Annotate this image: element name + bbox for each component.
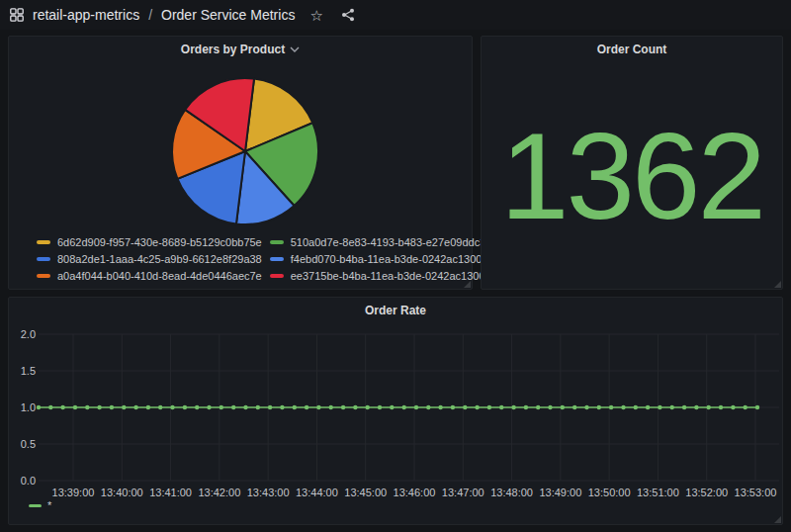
series-point[interactable]: [133, 405, 137, 409]
y-axis-tick-label: 2.0: [21, 328, 36, 340]
series-point[interactable]: [60, 405, 64, 409]
series-point[interactable]: [268, 405, 272, 409]
series-point[interactable]: [122, 405, 126, 409]
chevron-down-icon: [290, 46, 300, 52]
legend-item[interactable]: 510a0d7e-8e83-4193-b483-e27e09ddc34d: [270, 236, 498, 248]
stat-value-container: 1362: [482, 62, 782, 289]
series-point[interactable]: [511, 405, 515, 409]
pie-chart[interactable]: [9, 62, 474, 240]
series-point[interactable]: [487, 405, 491, 409]
legend-item[interactable]: 6d62d909-f957-430e-8689-b5129c0bb75e: [37, 236, 262, 248]
legend-swatch: [270, 274, 284, 278]
series-point[interactable]: [170, 405, 174, 409]
series-point[interactable]: [719, 405, 723, 409]
share-icon[interactable]: [340, 7, 356, 23]
series-legend-label[interactable]: *: [47, 499, 51, 511]
legend-label: a0a4f044-b040-410d-8ead-4de0446aec7e: [57, 270, 262, 282]
panel-order-rate: Order Rate 2.01.51.00.50.013:39:0013:40:…: [8, 297, 783, 525]
series-point[interactable]: [207, 405, 211, 409]
x-axis-tick-label: 13:48:00: [490, 487, 533, 498]
series-point[interactable]: [220, 405, 223, 409]
series-point[interactable]: [110, 405, 114, 409]
breadcrumb-dashboard-title[interactable]: Order Service Metrics: [161, 7, 295, 23]
series-color-dash: [29, 504, 42, 507]
series-point[interactable]: [499, 405, 503, 409]
legend-label: f4ebd070-b4ba-11ea-b3de-0242ac130004: [291, 253, 494, 265]
series-point[interactable]: [609, 405, 613, 409]
series-point[interactable]: [280, 405, 284, 409]
series-point[interactable]: [231, 405, 235, 409]
panel-title-text: Orders by Product: [181, 43, 285, 56]
panel-resize-handle[interactable]: [774, 281, 781, 288]
legend-item[interactable]: 808a2de1-1aaa-4c25-a9b9-6612e8f29a38: [37, 253, 262, 265]
series-point[interactable]: [451, 405, 455, 409]
pie-legend: 6d62d909-f957-430e-8689-b5129c0bb75e510a…: [37, 236, 466, 282]
series-point[interactable]: [475, 405, 479, 409]
series-point[interactable]: [48, 405, 52, 409]
series-point[interactable]: [366, 405, 370, 409]
legend-swatch: [37, 240, 50, 244]
series-point[interactable]: [426, 405, 430, 409]
series-point[interactable]: [414, 405, 418, 409]
y-axis-tick-label: 1.0: [21, 401, 36, 413]
series-point[interactable]: [293, 405, 297, 409]
series-point[interactable]: [621, 405, 625, 409]
star-favorite-icon[interactable]: ☆: [309, 8, 322, 23]
series-point[interactable]: [548, 405, 552, 409]
series-point[interactable]: [524, 405, 528, 409]
x-axis-tick-label: 13:40:00: [101, 487, 143, 498]
series-point[interactable]: [353, 405, 357, 409]
series-point[interactable]: [305, 405, 308, 409]
x-axis-tick-label: 13:52:00: [685, 487, 728, 498]
series-point[interactable]: [85, 405, 89, 409]
series-point[interactable]: [183, 405, 187, 409]
series-point[interactable]: [146, 405, 150, 409]
series-point[interactable]: [73, 405, 77, 409]
series-point[interactable]: [731, 405, 735, 409]
x-axis-tick-label: 13:46:00: [394, 487, 436, 498]
panel-title-orders-by-product[interactable]: Orders by Product: [9, 37, 472, 62]
series-point[interactable]: [646, 405, 650, 409]
panel-resize-handle[interactable]: [464, 281, 471, 288]
legend-item[interactable]: a0a4f044-b040-410d-8ead-4de0446aec7e: [37, 270, 262, 282]
breadcrumb-folder[interactable]: retail-app-metrics: [33, 7, 139, 23]
series-point[interactable]: [707, 405, 711, 409]
series-point[interactable]: [755, 405, 759, 409]
series-point[interactable]: [158, 405, 162, 409]
series-point[interactable]: [744, 405, 747, 409]
series-point[interactable]: [390, 405, 394, 409]
x-axis-tick-label: 13:53:00: [735, 487, 777, 498]
series-point[interactable]: [561, 405, 565, 409]
order-rate-chart[interactable]: 2.01.51.00.50.013:39:0013:40:0013:41:001…: [9, 323, 782, 506]
x-axis-tick-label: 13:43:00: [247, 487, 290, 498]
series-point[interactable]: [634, 405, 638, 409]
panel-title-order-rate[interactable]: Order Rate: [9, 298, 782, 323]
series-point[interactable]: [584, 405, 588, 409]
legend-item[interactable]: f4ebd070-b4ba-11ea-b3de-0242ac130004: [270, 253, 498, 265]
series-point[interactable]: [329, 405, 333, 409]
series-point[interactable]: [37, 405, 41, 409]
series-point[interactable]: [438, 405, 442, 409]
series-point[interactable]: [195, 405, 199, 409]
series-point[interactable]: [402, 405, 406, 409]
series-point[interactable]: [694, 405, 698, 409]
series-point[interactable]: [670, 405, 674, 409]
series-point[interactable]: [572, 405, 576, 409]
series-point[interactable]: [256, 405, 260, 409]
series-point[interactable]: [243, 405, 247, 409]
legend-label: 808a2de1-1aaa-4c25-a9b9-6612e8f29a38: [57, 253, 262, 265]
series-point[interactable]: [658, 405, 661, 409]
series-point[interactable]: [597, 405, 601, 409]
series-point[interactable]: [536, 405, 540, 409]
series-point[interactable]: [378, 405, 382, 409]
panel-resize-handle[interactable]: [774, 516, 781, 523]
series-point[interactable]: [97, 405, 101, 409]
panel-orders-by-product: Orders by Product 6d62d909-f957-430e-868…: [8, 36, 473, 290]
dashboard-grid-icon[interactable]: [10, 8, 24, 22]
series-point[interactable]: [682, 405, 686, 409]
series-point[interactable]: [316, 405, 320, 409]
panel-title-order-count[interactable]: Order Count: [482, 37, 782, 62]
series-point[interactable]: [341, 405, 345, 409]
series-point[interactable]: [463, 405, 467, 409]
legend-swatch: [37, 274, 50, 278]
